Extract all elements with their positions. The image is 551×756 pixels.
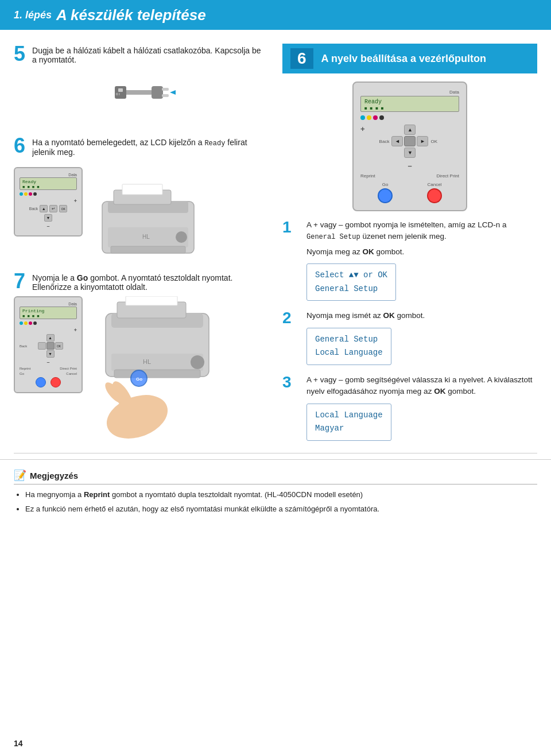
- pp-down-btn[interactable]: ▼: [46, 350, 55, 358]
- full-control-panel: Data Ready ■ ■ ■ ■ + Back: [352, 82, 467, 211]
- pp-go-text: Go: [20, 372, 24, 375]
- svg-rect-11: [122, 184, 162, 195]
- step-3-lcd-box: Local Language Magyar: [306, 404, 391, 441]
- fp-nav-center: Back ▲ ◄ ► ▼ OK: [379, 125, 437, 158]
- fp-data-label: Data: [360, 90, 459, 95]
- step-2-block: 2 Nyomja meg ismét az OK gombot. General…: [282, 310, 537, 365]
- svg-rect-3: [162, 94, 169, 97]
- svg-text:0  I: 0 I: [116, 92, 120, 96]
- fp-go-cancel-row: Go Cancel: [360, 182, 459, 203]
- fp-back-ok-row: Back ▲ ◄ ► ▼ OK: [379, 125, 437, 158]
- step-3-content: A + vagy – gomb segítségével válassza ki…: [306, 374, 537, 441]
- fp-lcd: Ready ■ ■ ■ ■: [360, 96, 459, 112]
- step-3-num: 3: [282, 374, 301, 390]
- pp-minus: –: [20, 359, 77, 365]
- cyan-dot: [20, 192, 23, 196]
- pp-yellow-dot: [24, 321, 28, 325]
- section-7: 7 Nyomja le a Go gombot. A nyomtató tesz…: [14, 271, 262, 292]
- right-panel-diagram: Data Ready ■ ■ ■ ■ + Back: [282, 82, 537, 211]
- fp-go-button[interactable]: [378, 188, 393, 203]
- fp-side-row: Reprint Direct Print: [360, 173, 459, 179]
- svg-marker-4: [170, 90, 176, 95]
- sp-nav-down: ▼: [20, 214, 77, 222]
- fp-black-dot: [379, 115, 384, 120]
- note-item-2: Ez a funkció nem érhető el azután, hogy …: [25, 503, 537, 515]
- fp-yellow-dot: [367, 115, 371, 120]
- pp-nav-cross: ▲ OK ▼: [38, 334, 63, 358]
- fp-back-text: Back: [379, 139, 390, 144]
- pp-go-button[interactable]: [36, 377, 46, 387]
- sp-minus: –: [20, 223, 77, 229]
- fp-color-dots: [360, 115, 459, 120]
- sp-nav: Back ▲ ↵ OK: [20, 205, 77, 212]
- section-6-left: 6 Ha a nyomtató bemelegedett, az LCD kij…: [14, 135, 262, 157]
- section-6-left-text: Ha a nyomtató bemelegedett, az LCD kijel…: [32, 135, 262, 157]
- step-3-block: 3 A + vagy – gomb segítségével válassza …: [282, 374, 537, 441]
- pp-ok-btn[interactable]: OK: [55, 342, 63, 350]
- note-header: 📝 Megjegyzés: [14, 469, 537, 484]
- step-1-lcd-box: Select ▲▼ or OK General Setup: [306, 263, 396, 301]
- fp-nav-mid-btn[interactable]: [404, 136, 416, 146]
- svg-rect-6: [118, 88, 123, 92]
- note-section: 📝 Megjegyzés Ha megnyomja a Reprint gomb…: [0, 459, 551, 527]
- fp-ok-text: OK: [430, 139, 437, 144]
- section-5-num: 5: [14, 44, 25, 64]
- svg-point-14: [176, 231, 187, 243]
- fp-nav-area: + Back ▲ ◄ ► ▼ OK: [360, 125, 459, 158]
- sp-back-label: Back: [29, 207, 38, 211]
- pp-plus: +: [20, 327, 77, 333]
- section-6-right-title: 6 A nyelv beállítása a vezérlőpulton: [282, 44, 537, 73]
- printer-svg-section6: HL: [91, 167, 205, 265]
- fp-reprint-text: Reprint: [360, 173, 375, 179]
- pp-left-btn[interactable]: [38, 342, 46, 350]
- magenta-dot: [29, 192, 32, 196]
- note-divider: [14, 453, 537, 453]
- pp-cancel-button[interactable]: [51, 377, 61, 387]
- svg-rect-1: [152, 86, 163, 99]
- sp-nav-up[interactable]: ▲: [40, 205, 48, 212]
- note-title: Megjegyzés: [30, 471, 78, 480]
- fp-direct-text: Direct Print: [436, 173, 459, 179]
- fp-cancel-label: Cancel: [427, 182, 442, 187]
- step-label: 1. lépés: [14, 9, 52, 21]
- pp-cancel-text: Cancel: [66, 372, 77, 375]
- svg-rect-19: [126, 296, 177, 305]
- step-1-num: 1: [282, 219, 301, 235]
- sp-nav-down-btn[interactable]: ▼: [44, 214, 52, 222]
- header-bar: 1. lépés A készülék telepítése: [0, 0, 551, 30]
- sp-nav-enter[interactable]: ↵: [49, 205, 57, 212]
- pp-color-dots: [20, 321, 77, 325]
- left-column: 5 Dugja be a hálózati kábelt a hálózati …: [0, 30, 276, 453]
- section-6-right-num: 6: [290, 48, 313, 69]
- pp-back-label: Back: [20, 344, 27, 348]
- fp-nav-left-btn[interactable]: ◄: [391, 136, 403, 146]
- section-7-text: Nyomja le a Go gombot. A nyomtató teszto…: [32, 271, 262, 292]
- step-1-content: A + vagy – gombot nyomja le ismételten, …: [306, 219, 537, 301]
- printer-hand-svg: HL Go: [88, 296, 238, 451]
- fp-nav-down-btn[interactable]: ▼: [404, 148, 416, 158]
- fp-nav-cross: ▲ ◄ ► ▼: [391, 125, 428, 158]
- pp-mid-btn[interactable]: [46, 342, 55, 350]
- note-icon: 📝: [14, 469, 26, 482]
- yellow-dot: [24, 192, 28, 196]
- pp-reprint-label: Reprint: [20, 367, 30, 370]
- svg-text:HL: HL: [143, 358, 151, 365]
- sp-nav-ok[interactable]: OK: [59, 205, 67, 212]
- step-2-num: 2: [282, 310, 301, 326]
- fp-go-label: Go: [378, 182, 393, 187]
- fp-cancel-button[interactable]: [427, 188, 442, 203]
- svg-rect-20: [111, 354, 203, 371]
- fp-nav-up-btn[interactable]: ▲: [404, 125, 416, 135]
- plug-svg: 0 I: [112, 70, 181, 116]
- pp-up-btn[interactable]: ▲: [46, 334, 55, 342]
- sp-lcd: Ready ■ ■ ■ ■: [20, 177, 77, 190]
- page-title: A készülék telepítése: [56, 6, 206, 24]
- fp-nav-right-btn[interactable]: ►: [417, 136, 428, 146]
- note-item-1: Ha megnyomja a Reprint gombot a nyomtató…: [25, 489, 537, 501]
- section-6-illustration: Data Ready ■ ■ ■ ■ + Back ▲ ↵: [14, 167, 262, 266]
- pp-nav-row: Back ▲ OK ▼ ok: [20, 334, 77, 358]
- svg-rect-13: [111, 246, 185, 253]
- fp-minus-label: –: [360, 161, 459, 170]
- section-7-illustration: Data Printing ■ ■ ■ ■ + Back ▲: [14, 296, 262, 453]
- svg-point-22: [191, 355, 204, 369]
